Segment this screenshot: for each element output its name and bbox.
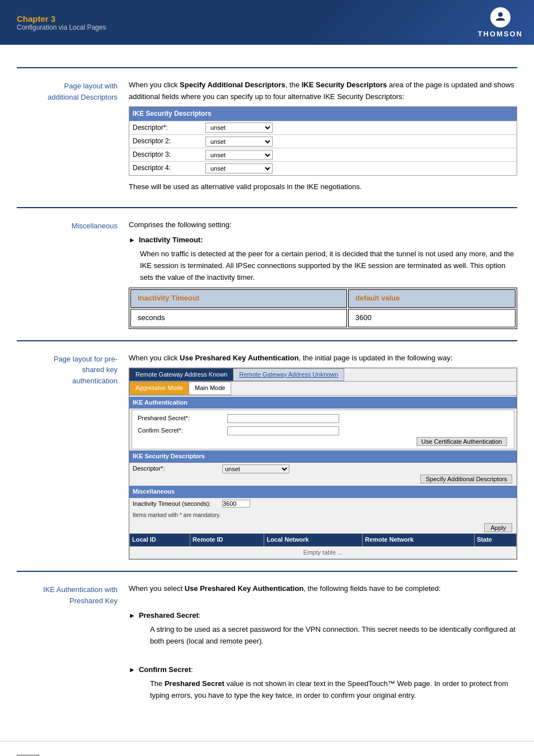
ike-descriptors-table: IKE Security Descriptors Descriptor*: un… xyxy=(129,106,517,176)
mandatory-note: Items marked with * are mandatory. xyxy=(129,510,517,521)
descriptor-1-select[interactable]: unset xyxy=(205,123,273,133)
descriptor-2-select-wrapper[interactable]: unset xyxy=(205,137,273,147)
descriptor-row-2: Descriptor 2: unset xyxy=(129,134,517,148)
bullet-arrow-2: ► xyxy=(129,611,135,621)
miscellaneous-label: Miscellaneous xyxy=(17,219,129,329)
confirm-secret-row: Confirm Secret*: xyxy=(134,425,512,437)
ike-table-header: IKE Security Descriptors xyxy=(129,107,517,121)
preshared-bullet: ► Preshared Secret: A string to be used … xyxy=(129,610,517,650)
descriptor-4-select-wrapper[interactable]: unset xyxy=(205,163,273,173)
descriptor-2-select[interactable]: unset xyxy=(205,137,273,147)
logo-text: THOMSON xyxy=(478,30,523,38)
add-descriptors-button[interactable]: Specify Additional Descriptors xyxy=(420,475,512,483)
header-logo: THOMSON xyxy=(478,7,523,38)
preshared-intro: When you click Use Preshared Key Authent… xyxy=(129,353,517,364)
vpn-descriptor-select[interactable]: unset xyxy=(222,464,289,473)
preshared-content: When you click Use Preshared Key Authent… xyxy=(129,353,517,560)
confirm-secret-input[interactable] xyxy=(227,426,339,435)
descriptor-row-3: Descriptor 3: unset xyxy=(129,148,517,161)
descriptor-1-label: Descriptor*: xyxy=(133,123,205,133)
tab-gateway-unknown[interactable]: Remote Gateway Address Unknown xyxy=(233,368,344,382)
col-remote-network: Remote Network xyxy=(363,534,475,547)
chapter-subtitle: Configuration via Local Pages xyxy=(17,24,106,31)
descriptor-3-select[interactable]: unset xyxy=(205,150,273,160)
section-divider-2 xyxy=(17,340,517,341)
descriptor-4-label: Descriptor 4: xyxy=(133,163,205,173)
miscellaneous-section: Miscellaneous Comprises the following se… xyxy=(17,219,517,329)
timeout-row1-col2: 3600 xyxy=(348,309,516,327)
inactivity-description: When no traffic is detected at the peer … xyxy=(129,248,517,283)
preshared-key-auth-bold: Use Preshared Key Authentication xyxy=(185,584,304,593)
vpn-misc-header: Miscellaneous xyxy=(129,486,517,498)
confirm-secret-title: Confirm Secret xyxy=(139,665,191,674)
descriptor-row-4: Descriptor 4: unset xyxy=(129,161,517,175)
descriptor-3-select-wrapper[interactable]: unset xyxy=(205,150,273,160)
timeout-col1-header: Inactivity Timeout xyxy=(130,289,347,308)
timeout-data-row: seconds 3600 xyxy=(130,309,516,327)
add-descriptor-button-container: Specify Additional Descriptors xyxy=(129,475,517,485)
inactivity-bullet: ► Inactivity Timeout: xyxy=(129,234,517,246)
preshared-label: Page layout for pre- shared key authenti… xyxy=(17,353,129,560)
bullet-arrow-3: ► xyxy=(129,665,135,675)
tab-main-mode[interactable]: Main Mode xyxy=(189,382,231,395)
preshared-secret-ref: Preshared Secret xyxy=(165,679,224,688)
page-layout-label: Page layout with additional Descriptors xyxy=(17,79,129,196)
preshared-key-bold: Use Preshared Key Authentication xyxy=(180,354,299,362)
tab-aggressive-mode[interactable]: Aggressive Mode xyxy=(129,382,189,395)
brand-bold: touch xyxy=(229,753,275,756)
vpn-inactivity-input[interactable] xyxy=(222,500,250,508)
confirm-secret-desc: The Preshared Secret value is not shown … xyxy=(139,678,517,702)
ike-desc-header-screenshot: IKE Security Descriptors xyxy=(129,450,517,463)
inactivity-timeout-table: Inactivity Timeout default value seconds… xyxy=(129,288,517,329)
timeout-col2-header: default value xyxy=(348,289,516,308)
vpn-descriptor-row: Descriptor*: unset xyxy=(129,463,517,475)
ike-security-bold: IKE Security Descriptors xyxy=(302,81,387,89)
ike-auth-preshared-content: When you select Use Preshared Key Authen… xyxy=(129,583,517,707)
bullet-arrow-1: ► xyxy=(129,235,135,246)
ike-auth-header: IKE Authentication xyxy=(129,397,517,409)
confirm-bullet: ► Confirm Secret: The Preshared Secret v… xyxy=(129,664,517,705)
descriptor-1-select-wrapper[interactable]: unset xyxy=(205,123,273,133)
thomson-icon xyxy=(490,7,510,27)
descriptor-3-label: Descriptor 3: xyxy=(133,149,205,160)
timeout-header-row: Inactivity Timeout default value xyxy=(130,289,516,308)
vpn-inactivity-label: Inactivity Timeout (seconds): xyxy=(133,499,222,509)
footer: 42 speedtouch™ E-DOC-CTC-20051017-0169 v… xyxy=(0,741,534,756)
ike-auth-preshared-label: IKE Authentication with Preshared Key xyxy=(17,583,129,707)
chapter-info: Chapter 3 Configuration via Local Pages xyxy=(17,14,106,31)
vpn-connections-table: Local ID Remote ID Local Network Remote … xyxy=(129,533,517,559)
cert-button-container: Use Certificate Authentication xyxy=(134,437,512,447)
col-remote-id: Remote ID xyxy=(190,534,264,547)
section-divider-3 xyxy=(17,571,517,572)
apply-button[interactable]: Apply xyxy=(484,523,512,532)
vpn-screenshot: Remote Gateway Address Known Remote Gate… xyxy=(129,368,517,560)
person-icon xyxy=(494,11,507,24)
misc-intro: Comprises the following setting: xyxy=(129,219,517,231)
inactivity-timeout-label: Inactivity Timeout: xyxy=(139,234,203,246)
ike-footer-note: These will be used as alternative valid … xyxy=(129,181,517,193)
gateway-tabs: Remote Gateway Address Known Remote Gate… xyxy=(129,368,517,382)
main-content: Page layout with additional Descriptors … xyxy=(0,45,534,730)
tab-gateway-known[interactable]: Remote Gateway Address Known xyxy=(129,368,233,382)
chapter-label: Chapter 3 xyxy=(17,14,106,24)
confirm-secret-label: Confirm Secret*: xyxy=(138,426,227,436)
page-layout-intro: When you click Specify Additional Descri… xyxy=(129,79,517,103)
page-layout-content: When you click Specify Additional Descri… xyxy=(129,79,517,196)
preshared-secret-input[interactable] xyxy=(227,414,339,423)
preshared-section: Page layout for pre- shared key authenti… xyxy=(17,353,517,560)
specify-descriptors-bold: Specify Additional Descriptors xyxy=(180,81,285,89)
svg-point-0 xyxy=(498,12,503,17)
top-divider xyxy=(17,67,517,68)
brand-prefix: speed xyxy=(181,753,229,756)
col-local-network: Local Network xyxy=(264,534,363,547)
descriptor-4-select[interactable]: unset xyxy=(205,163,273,173)
col-state: State xyxy=(475,534,517,547)
cert-auth-button[interactable]: Use Certificate Authentication xyxy=(416,437,507,446)
vpn-table-header-row: Local ID Remote ID Local Network Remote … xyxy=(130,534,517,547)
apply-button-container: Apply xyxy=(129,521,517,523)
preshared-secret-label: Preshared Secret*: xyxy=(138,414,227,424)
mode-tabs: Aggressive Mode Main Mode xyxy=(129,382,517,396)
header: Chapter 3 Configuration via Local Pages … xyxy=(0,0,534,45)
section-divider-1 xyxy=(17,207,517,208)
vpn-table-empty-row: Empty table ... xyxy=(130,546,517,559)
